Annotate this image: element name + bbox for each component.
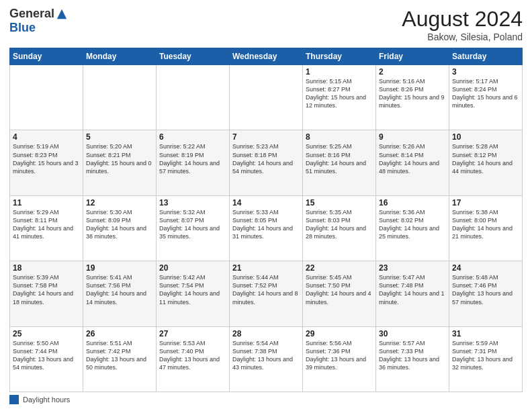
footer: Daylight hours [9, 395, 523, 404]
day-info: Sunrise: 5:28 AM Sunset: 8:12 PM Dayligh… [452, 142, 519, 175]
day-number: 5 [86, 132, 153, 142]
day-info: Sunrise: 5:20 AM Sunset: 8:21 PM Dayligh… [86, 142, 153, 175]
day-info: Sunrise: 5:15 AM Sunset: 8:27 PM Dayligh… [306, 77, 373, 110]
calendar-cell: 12Sunrise: 5:30 AM Sunset: 8:09 PM Dayli… [83, 195, 157, 261]
calendar-header-row: Sunday Monday Tuesday Wednesday Thursday… [10, 48, 523, 65]
day-number: 28 [232, 329, 300, 338]
day-number: 4 [13, 132, 80, 142]
day-info: Sunrise: 5:33 AM Sunset: 8:05 PM Dayligh… [232, 208, 300, 241]
day-number: 24 [452, 263, 519, 273]
calendar-cell [230, 65, 303, 130]
day-number: 29 [306, 329, 373, 338]
calendar-cell: 4Sunrise: 5:19 AM Sunset: 8:23 PM Daylig… [10, 130, 83, 195]
svg-marker-0 [57, 9, 66, 18]
calendar-cell: 11Sunrise: 5:29 AM Sunset: 8:11 PM Dayli… [10, 195, 83, 261]
day-number: 31 [452, 329, 519, 338]
calendar-week-row-4: 18Sunrise: 5:39 AM Sunset: 7:58 PM Dayli… [10, 261, 523, 326]
day-number: 19 [86, 263, 153, 273]
calendar-cell: 31Sunrise: 5:59 AM Sunset: 7:31 PM Dayli… [449, 326, 523, 392]
day-info: Sunrise: 5:45 AM Sunset: 7:50 PM Dayligh… [306, 273, 373, 306]
day-number: 23 [379, 263, 446, 273]
calendar-cell [83, 65, 157, 130]
day-info: Sunrise: 5:47 AM Sunset: 7:48 PM Dayligh… [379, 273, 446, 306]
day-info: Sunrise: 5:19 AM Sunset: 8:23 PM Dayligh… [13, 142, 80, 175]
calendar-week-row-5: 25Sunrise: 5:50 AM Sunset: 7:44 PM Dayli… [10, 326, 523, 392]
day-info: Sunrise: 5:48 AM Sunset: 7:46 PM Dayligh… [452, 273, 519, 306]
day-info: Sunrise: 5:42 AM Sunset: 7:54 PM Dayligh… [159, 273, 226, 306]
calendar-cell: 22Sunrise: 5:45 AM Sunset: 7:50 PM Dayli… [303, 261, 376, 326]
calendar-cell: 5Sunrise: 5:20 AM Sunset: 8:21 PM Daylig… [83, 130, 157, 195]
day-info: Sunrise: 5:53 AM Sunset: 7:40 PM Dayligh… [159, 339, 226, 372]
header: General Blue August 2024 Bakow, Silesia,… [9, 7, 523, 42]
day-info: Sunrise: 5:44 AM Sunset: 7:52 PM Dayligh… [232, 273, 300, 306]
day-info: Sunrise: 5:38 AM Sunset: 8:00 PM Dayligh… [452, 208, 519, 241]
day-info: Sunrise: 5:32 AM Sunset: 8:07 PM Dayligh… [159, 208, 226, 241]
day-info: Sunrise: 5:59 AM Sunset: 7:31 PM Dayligh… [452, 339, 519, 372]
day-info: Sunrise: 5:39 AM Sunset: 7:58 PM Dayligh… [13, 273, 80, 306]
calendar-cell: 26Sunrise: 5:51 AM Sunset: 7:42 PM Dayli… [83, 326, 157, 392]
calendar-cell: 20Sunrise: 5:42 AM Sunset: 7:54 PM Dayli… [157, 261, 230, 326]
day-number: 6 [159, 132, 226, 142]
day-number: 3 [452, 67, 519, 77]
footer-label: Daylight hours [23, 396, 70, 404]
calendar-cell [10, 65, 83, 130]
day-number: 25 [13, 329, 80, 338]
day-number: 7 [232, 132, 300, 142]
day-number: 20 [159, 263, 226, 273]
calendar-cell: 24Sunrise: 5:48 AM Sunset: 7:46 PM Dayli… [449, 261, 523, 326]
calendar-cell: 21Sunrise: 5:44 AM Sunset: 7:52 PM Dayli… [230, 261, 303, 326]
day-number: 21 [232, 263, 300, 273]
day-number: 13 [159, 198, 226, 208]
day-info: Sunrise: 5:36 AM Sunset: 8:02 PM Dayligh… [379, 208, 446, 241]
calendar-week-row-1: 1Sunrise: 5:15 AM Sunset: 8:27 PM Daylig… [10, 65, 523, 130]
calendar-cell: 2Sunrise: 5:16 AM Sunset: 8:26 PM Daylig… [376, 65, 449, 130]
calendar-cell: 3Sunrise: 5:17 AM Sunset: 8:24 PM Daylig… [449, 65, 523, 130]
logo-blue-text: Blue [9, 21, 36, 35]
col-monday: Monday [83, 48, 157, 65]
title-area: August 2024 Bakow, Silesia, Poland [402, 7, 523, 42]
location: Bakow, Silesia, Poland [402, 32, 523, 42]
calendar-cell: 16Sunrise: 5:36 AM Sunset: 8:02 PM Dayli… [376, 195, 449, 261]
day-info: Sunrise: 5:29 AM Sunset: 8:11 PM Dayligh… [13, 208, 80, 241]
day-number: 17 [452, 198, 519, 208]
col-wednesday: Wednesday [230, 48, 303, 65]
day-number: 15 [306, 198, 373, 208]
day-number: 22 [306, 263, 373, 273]
calendar-cell: 27Sunrise: 5:53 AM Sunset: 7:40 PM Dayli… [157, 326, 230, 392]
calendar-cell: 30Sunrise: 5:57 AM Sunset: 7:33 PM Dayli… [376, 326, 449, 392]
calendar-cell: 14Sunrise: 5:33 AM Sunset: 8:05 PM Dayli… [230, 195, 303, 261]
day-info: Sunrise: 5:30 AM Sunset: 8:09 PM Dayligh… [86, 208, 153, 241]
day-number: 27 [159, 329, 226, 338]
day-info: Sunrise: 5:54 AM Sunset: 7:38 PM Dayligh… [232, 339, 300, 372]
calendar-container: General Blue August 2024 Bakow, Silesia,… [0, 0, 532, 411]
day-info: Sunrise: 5:57 AM Sunset: 7:33 PM Dayligh… [379, 339, 446, 372]
day-info: Sunrise: 5:22 AM Sunset: 8:19 PM Dayligh… [159, 142, 226, 175]
logo: General Blue [9, 7, 68, 35]
col-thursday: Thursday [303, 48, 376, 65]
day-number: 30 [379, 329, 446, 338]
day-number: 1 [306, 67, 373, 77]
calendar-cell: 19Sunrise: 5:41 AM Sunset: 7:56 PM Dayli… [83, 261, 157, 326]
calendar-week-row-2: 4Sunrise: 5:19 AM Sunset: 8:23 PM Daylig… [10, 130, 523, 195]
footer-color-box [9, 395, 19, 404]
calendar-cell: 17Sunrise: 5:38 AM Sunset: 8:00 PM Dayli… [449, 195, 523, 261]
day-info: Sunrise: 5:17 AM Sunset: 8:24 PM Dayligh… [452, 77, 519, 110]
day-info: Sunrise: 5:23 AM Sunset: 8:18 PM Dayligh… [232, 142, 300, 175]
day-info: Sunrise: 5:25 AM Sunset: 8:16 PM Dayligh… [306, 142, 373, 175]
calendar-cell: 6Sunrise: 5:22 AM Sunset: 8:19 PM Daylig… [157, 130, 230, 195]
day-info: Sunrise: 5:50 AM Sunset: 7:44 PM Dayligh… [13, 339, 80, 372]
calendar-cell: 28Sunrise: 5:54 AM Sunset: 7:38 PM Dayli… [230, 326, 303, 392]
calendar-week-row-3: 11Sunrise: 5:29 AM Sunset: 8:11 PM Dayli… [10, 195, 523, 261]
day-info: Sunrise: 5:16 AM Sunset: 8:26 PM Dayligh… [379, 77, 446, 110]
day-number: 26 [86, 329, 153, 338]
day-number: 8 [306, 132, 373, 142]
day-number: 16 [379, 198, 446, 208]
calendar-cell: 9Sunrise: 5:26 AM Sunset: 8:14 PM Daylig… [376, 130, 449, 195]
calendar-cell: 10Sunrise: 5:28 AM Sunset: 8:12 PM Dayli… [449, 130, 523, 195]
calendar-table: Sunday Monday Tuesday Wednesday Thursday… [9, 48, 523, 392]
day-number: 10 [452, 132, 519, 142]
month-title: August 2024 [402, 7, 523, 32]
col-sunday: Sunday [10, 48, 83, 65]
day-number: 11 [13, 198, 80, 208]
day-number: 18 [13, 263, 80, 273]
